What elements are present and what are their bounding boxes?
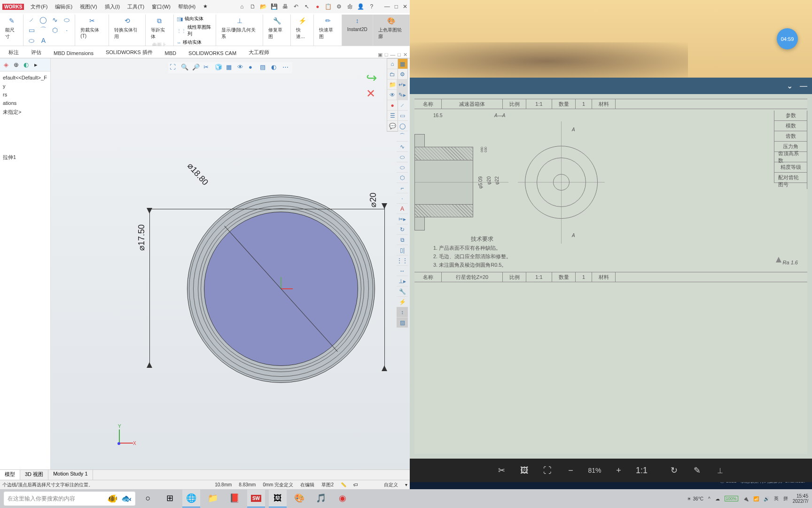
convert-button[interactable]: ⟲ 转换实体引用 [112,15,142,41]
bottab-motion[interactable]: Motion Study 1 [48,470,93,480]
taskbar-cortana-icon[interactable]: ○ [139,490,157,508]
mdi-close-icon[interactable]: ✕ [403,52,407,58]
zoom-fit-icon[interactable]: ⛶ [170,64,178,72]
mdi-tile-icon[interactable]: □ [385,52,388,58]
help-icon[interactable]: ? [367,2,376,11]
mdi-min-icon[interactable]: — [390,52,395,58]
new-icon[interactable]: 🗋 [248,2,258,11]
bottab-model[interactable]: 模型 [0,470,20,480]
home-icon[interactable]: ⌂ [237,2,247,11]
taskbar-solidworks-icon[interactable]: SW [247,490,265,508]
tree-more-icon[interactable]: ▸ [31,61,40,69]
taskbar-search[interactable]: 在这里输入你要搜索的内容 🐠 🐟 [4,492,135,506]
viewport[interactable]: ⛶ 🔍 🔎 ✂ 🧊 ▦ 👁 ● ▨ ◐ ⋯ ↪ ✕ [51,58,410,469]
instant2d-button[interactable]: ↕ Instant2D [345,15,370,33]
mirror-button[interactable]: ▯|▮镜向实体 [177,15,213,23]
tray-volume-icon[interactable]: 🔊 [764,496,769,501]
actual-size-icon[interactable]: 1:1 [636,465,648,476]
line-icon[interactable]: ⟋ [26,15,37,25]
polygon-icon[interactable]: ⬡ [50,25,60,35]
ellipse-icon[interactable]: ⬭ [62,15,72,25]
crop2-icon[interactable]: ⟂ [715,465,726,476]
tray-wifi-icon[interactable]: 📶 [753,496,759,501]
taskbar-explorer-icon[interactable]: 📁 [204,490,222,508]
arc-icon[interactable]: ⌒ [38,25,48,35]
orient-icon[interactable]: 🧊 [215,64,223,72]
taskbar-music-icon[interactable]: 🎵 [312,490,330,508]
rotate-icon[interactable]: ↻ [669,465,680,476]
task-lib-icon[interactable]: 🗀 [387,69,398,79]
sk-rect-icon[interactable]: ▭ [397,111,408,121]
menu-window[interactable]: 窗口(W) [150,2,172,11]
appearance-icon[interactable]: ● [249,64,257,72]
spline-icon[interactable]: ∿ [50,15,60,25]
move-button[interactable]: ↔移动实体 [177,38,213,47]
hide-icon[interactable]: 👁 [237,64,246,72]
tray-expand-icon[interactable]: ^ [708,496,710,501]
status-tags-icon[interactable]: 🏷 [353,482,358,487]
display-relations-button[interactable]: ⊥ 显示/删除几何关系 [219,15,260,41]
undo-icon[interactable]: ↶ [291,2,301,11]
sk-quick-icon[interactable]: ⚡ [397,297,408,307]
sk-ellipse-icon[interactable]: ⬭ [397,152,408,162]
more-view-icon[interactable]: ⋯ [282,64,291,72]
tab-cam[interactable]: SOLIDWORKS CAM [182,48,242,58]
info-icon[interactable]: 🖼 [519,465,530,476]
trim-button[interactable]: ✂ 剪裁实体(T) [78,15,106,40]
minimize-button[interactable]: — [384,3,390,10]
tab-annotate[interactable]: 标注 [2,47,25,58]
select-icon[interactable]: ↖ [302,2,312,11]
sk-convert-icon[interactable]: ↻ [397,224,408,235]
close-button[interactable]: ✕ [403,3,407,10]
dim-17-50[interactable]: ⌀17.50 [136,224,147,251]
sk-point-icon[interactable]: · [397,193,408,204]
tree-config-icon[interactable]: ◐ [22,61,30,69]
save-icon[interactable]: 💾 [270,2,279,11]
sk-mirror-icon[interactable]: ▯| [397,245,408,255]
menu-help[interactable]: 帮助(H) [176,2,197,11]
search-text[interactable]: 命 [345,2,355,11]
tray-clock[interactable]: 15:45 2022/7/ [793,493,808,504]
settings-icon[interactable]: ⚙ [335,2,344,11]
taskpane-resources-icon[interactable]: ▦ [397,59,407,69]
zoom-in-icon[interactable]: + [613,465,625,476]
crop-icon[interactable]: ✂ [496,465,507,476]
taskbar-office-icon[interactable]: 📕 [226,490,243,508]
sk-move-icon[interactable]: ↔ [397,266,408,276]
dim-18-80[interactable]: ⌀18.80 [185,161,211,187]
outer-circle[interactable] [187,195,375,383]
section-icon[interactable]: ✂ [203,64,212,72]
sk-shade-icon[interactable]: ▨ [397,318,408,328]
print-icon[interactable]: 🖶 [281,2,290,11]
tray-power-icon[interactable]: 🔌 [743,496,749,501]
color-sketch-button[interactable]: 🎨 上色草图轮廓 [376,15,406,41]
status-mmgs-icon[interactable]: 📏 [341,482,346,487]
display-style-icon[interactable]: ▦ [226,64,234,72]
menu-file[interactable]: 文件(F) [29,2,49,11]
desktop-clock-widget[interactable]: 04:59 [777,28,798,49]
sk-pattern-icon[interactable]: ⋮⋮ [397,255,408,266]
offset-button[interactable]: ⧉ 等距实体 [148,15,171,41]
tree-item-0[interactable]: y [1,82,49,90]
open-icon[interactable]: 📂 [259,2,268,11]
sk-line-icon[interactable]: ⟋ [397,100,408,111]
menu-tools[interactable]: 工具(T) [125,2,146,11]
minimize-icon[interactable]: — [800,82,807,90]
sk-text-icon[interactable]: A [397,204,408,214]
taskbar-netease-icon[interactable]: ◉ [334,490,351,508]
taskbar-edge-icon[interactable]: 🌐 [182,490,200,508]
bottab-3dview[interactable]: 3D 视图 [20,470,48,480]
quicksketch-button[interactable]: ✏ 快速草图 [317,15,339,41]
sk-fillet-icon[interactable]: ⌐ [397,183,408,193]
menu-view[interactable]: 视图(V) [78,2,99,11]
dim-20[interactable]: ⌀20 [368,192,378,207]
sk-arc-icon[interactable]: ⌒ [397,131,408,142]
edit-icon[interactable]: ✎ [692,465,703,476]
circle-icon[interactable]: ◯ [38,15,48,25]
tray-onedrive-icon[interactable]: ☁ [715,496,720,501]
repair-button[interactable]: 🔧 修复草图 [266,15,288,41]
sk-dim-icon[interactable]: ✎▸ [397,90,408,100]
menu-insert[interactable]: 插入(I) [103,2,122,11]
sk-trim-icon[interactable]: ✂▸ [397,214,408,224]
maximize-button[interactable]: □ [395,3,398,10]
